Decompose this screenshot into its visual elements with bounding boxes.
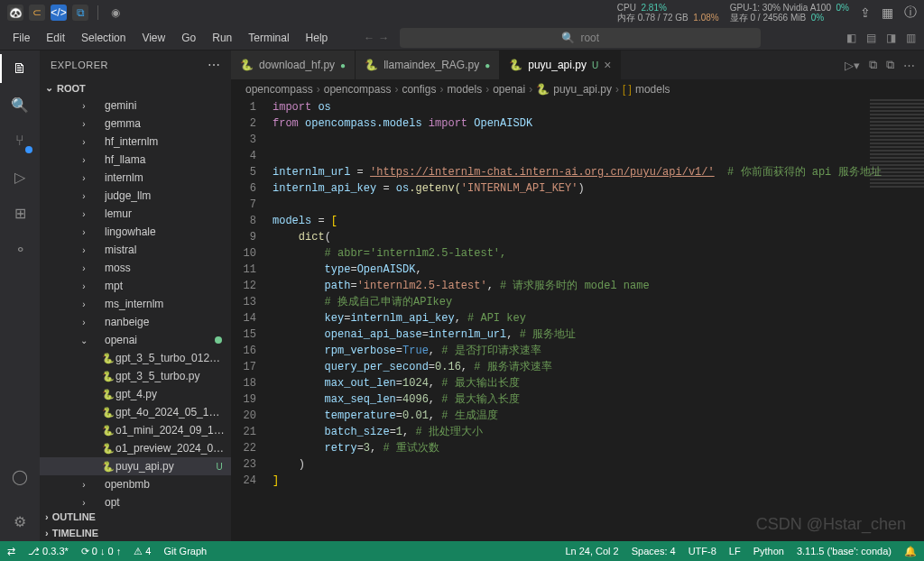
tree-item-hf-llama[interactable]: ›hf_llama bbox=[40, 151, 231, 169]
tree-item-gpt-4o-2024-05-13-py[interactable]: 🐍gpt_4o_2024_05_13.py bbox=[40, 403, 231, 421]
file-tree[interactable]: ›gemini›gemma›hf_internlm›hf_llama›inter… bbox=[40, 97, 231, 509]
outline-pane-header[interactable]: › OUTLINE bbox=[40, 509, 231, 525]
tree-item-puyu-api-py[interactable]: 🐍puyu_api.pyU bbox=[40, 457, 231, 475]
eol[interactable]: LF bbox=[729, 546, 741, 556]
python-interpreter[interactable]: 3.11.5 ('base': conda) bbox=[797, 546, 892, 556]
tree-item-gpt-4-py[interactable]: 🐍gpt_4.py bbox=[40, 385, 231, 403]
command-center[interactable]: 🔍 root bbox=[400, 28, 761, 48]
tree-item-gemma[interactable]: ›gemma bbox=[40, 115, 231, 133]
bc-seg[interactable]: opencompass bbox=[324, 83, 392, 96]
menu-go[interactable]: Go bbox=[174, 28, 203, 48]
layout-sidebar-right-icon[interactable]: ◨ bbox=[882, 32, 899, 44]
timeline-pane-header[interactable]: › TIMELINE bbox=[40, 525, 231, 541]
menu-help[interactable]: Help bbox=[299, 28, 336, 48]
tab-llamaindex[interactable]: 🐍 llamaindex_RAG.py ● bbox=[356, 51, 500, 79]
tree-item-nanbeige[interactable]: ›nanbeige bbox=[40, 313, 231, 331]
git-graph[interactable]: Git Graph bbox=[163, 546, 207, 556]
scm-icon[interactable]: ⑂ bbox=[9, 130, 31, 152]
run-icon[interactable]: ▷▾ bbox=[845, 59, 860, 72]
tree-item-gpt-3-5-turbo-0125-py[interactable]: 🐍gpt_3_5_turbo_0125.py bbox=[40, 349, 231, 367]
bc-seg[interactable]: puyu_api.py bbox=[553, 83, 612, 96]
run-cell-icon[interactable]: ⧉ bbox=[869, 58, 877, 72]
tab-download-hf[interactable]: 🐍 download_hf.py ● bbox=[231, 51, 356, 79]
account-icon[interactable]: ◯ bbox=[9, 465, 31, 487]
grid-icon[interactable]: ▦ bbox=[882, 5, 893, 20]
split-editor-icon[interactable]: ⧉ bbox=[886, 58, 894, 72]
menu-file[interactable]: File bbox=[5, 28, 37, 48]
language-mode[interactable]: Python bbox=[753, 546, 784, 556]
debug-icon[interactable]: ▷ bbox=[9, 166, 31, 188]
more-actions-icon[interactable]: ⋯ bbox=[903, 59, 915, 72]
tree-item-o1-mini-2024-09-12-py[interactable]: 🐍o1_mini_2024_09_12.py bbox=[40, 421, 231, 439]
tree-label: nanbeige bbox=[105, 316, 226, 328]
info-icon[interactable]: ⓘ bbox=[904, 5, 917, 21]
encoding[interactable]: UTF-8 bbox=[688, 546, 716, 556]
nav-back-icon[interactable]: ← bbox=[364, 32, 374, 44]
close-icon[interactable]: × bbox=[604, 58, 611, 72]
search-activity-icon[interactable]: 🔍 bbox=[9, 94, 31, 115]
session-icon[interactable]: ◉ bbox=[107, 5, 124, 21]
layout-sidebar-left-icon[interactable]: ◧ bbox=[843, 32, 859, 44]
python-file-icon: 🐍 bbox=[536, 83, 550, 96]
root-pane-header[interactable]: ⌄ ROOT bbox=[40, 79, 231, 97]
vscode-icon[interactable]: ⧉ bbox=[72, 5, 88, 21]
upload-icon[interactable]: ⇪ bbox=[860, 5, 871, 20]
remote-icon[interactable]: ⇄ bbox=[7, 546, 15, 557]
timeline-label: TIMELINE bbox=[52, 528, 98, 538]
app-icon-3[interactable]: </> bbox=[51, 5, 67, 21]
more-icon[interactable]: ⋯ bbox=[208, 58, 221, 72]
testing-icon[interactable]: ⚬ bbox=[9, 238, 31, 260]
problems[interactable]: ⚠ 4 bbox=[134, 546, 151, 557]
menu-run[interactable]: Run bbox=[205, 28, 239, 48]
bc-seg[interactable]: configs bbox=[402, 83, 436, 96]
cursor-pos[interactable]: Ln 24, Col 2 bbox=[565, 546, 618, 556]
extensions-icon[interactable]: ⊞ bbox=[9, 202, 31, 224]
bc-seg[interactable]: models bbox=[447, 83, 482, 96]
tree-item-openai[interactable]: ⌄openai bbox=[40, 331, 231, 349]
tree-item-lingowhale[interactable]: ›lingowhale bbox=[40, 223, 231, 241]
tab-puyu-api[interactable]: 🐍 puyu_api.py U × bbox=[500, 51, 621, 79]
tree-item-moss[interactable]: ›moss bbox=[40, 259, 231, 277]
tree-item-o1-preview-2024-09-12-py[interactable]: 🐍o1_preview_2024_09_12.py bbox=[40, 439, 231, 457]
app-icon-2[interactable]: ⊂ bbox=[29, 5, 45, 21]
layout-customize-icon[interactable]: ▥ bbox=[902, 32, 919, 44]
breadcrumb[interactable]: opencompass› opencompass› configs› model… bbox=[231, 79, 924, 99]
tab-label: llamaindex_RAG.py bbox=[383, 59, 479, 71]
tree-item-gpt-3-5-turbo-py[interactable]: 🐍gpt_3_5_turbo.py bbox=[40, 367, 231, 385]
tree-item-openbmb[interactable]: ›openbmb bbox=[40, 475, 231, 493]
menu-selection[interactable]: Selection bbox=[74, 28, 133, 48]
menu-terminal[interactable]: Terminal bbox=[241, 28, 296, 48]
nav-forward-icon[interactable]: → bbox=[378, 32, 389, 44]
activity-bar: 🗎 🔍 ⑂ ▷ ⊞ ⚬ ◯ ⚙ bbox=[0, 51, 40, 541]
statusbar: ⇄ ⎇ 0.3.3* ⟳ 0 ↓ 0 ↑ ⚠ 4 Git Graph Ln 24… bbox=[0, 541, 924, 561]
indentation[interactable]: Spaces: 4 bbox=[632, 546, 676, 556]
tree-item-mpt[interactable]: ›mpt bbox=[40, 277, 231, 295]
tree-item-judge-llm[interactable]: ›judge_llm bbox=[40, 187, 231, 205]
minimap[interactable] bbox=[870, 99, 924, 189]
settings-icon[interactable]: ⚙ bbox=[9, 510, 31, 532]
tree-item-opt[interactable]: ›opt bbox=[40, 493, 231, 509]
tree-item-lemur[interactable]: ›lemur bbox=[40, 205, 231, 223]
git-sync[interactable]: ⟳ 0 ↓ 0 ↑ bbox=[81, 546, 121, 557]
notifications-icon[interactable]: 🔔 bbox=[904, 546, 917, 557]
tree-item-ms-internlm[interactable]: ›ms_internlm bbox=[40, 295, 231, 313]
tree-label: gpt_4o_2024_05_13.py bbox=[116, 406, 226, 418]
bc-seg[interactable]: openai bbox=[493, 83, 525, 96]
app-icon-1[interactable]: 🐼 bbox=[7, 5, 23, 21]
bc-seg[interactable]: models bbox=[635, 83, 670, 96]
code-content[interactable]: import os from opencompass.models import… bbox=[273, 99, 924, 541]
explorer-icon[interactable]: 🗎 bbox=[9, 58, 31, 79]
layout-panel-icon[interactable]: ▤ bbox=[863, 32, 879, 44]
tree-label: o1_preview_2024_09_12.py bbox=[116, 442, 226, 455]
tree-item-mistral[interactable]: ›mistral bbox=[40, 241, 231, 259]
tree-label: lingowhale bbox=[105, 225, 226, 238]
editor-body[interactable]: 123456789101112131415161718192021222324 … bbox=[231, 99, 924, 541]
menu-edit[interactable]: Edit bbox=[39, 28, 72, 48]
tree-item-hf-internlm[interactable]: ›hf_internlm bbox=[40, 133, 231, 151]
separator bbox=[97, 5, 98, 20]
git-branch[interactable]: ⎇ 0.3.3* bbox=[28, 546, 69, 557]
bc-seg[interactable]: opencompass bbox=[245, 83, 313, 96]
tree-item-internlm[interactable]: ›internlm bbox=[40, 169, 231, 187]
menu-view[interactable]: View bbox=[134, 28, 172, 48]
tree-item-gemini[interactable]: ›gemini bbox=[40, 97, 231, 115]
